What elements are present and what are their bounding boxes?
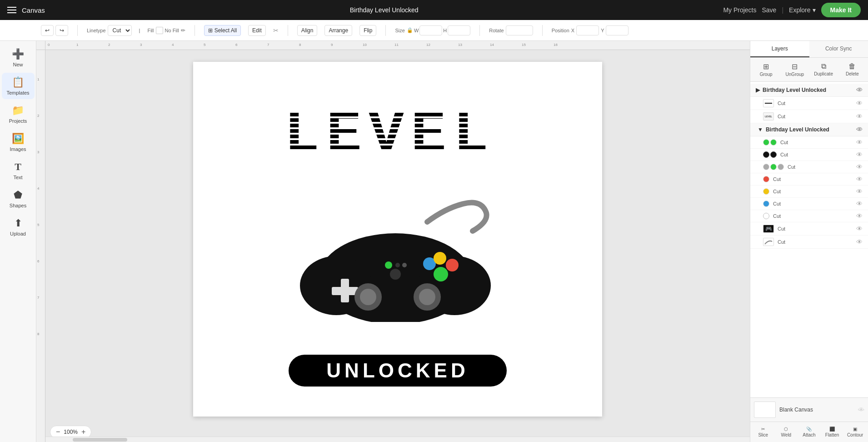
group-icon: ⊞ — [763, 62, 769, 71]
layer-child-group-header[interactable]: ▼ Birthday Level Unlocked 👁 — [750, 123, 868, 136]
blank-canvas-row[interactable]: Blank Canvas 👁 — [750, 397, 868, 422]
grey-color-dot2 — [770, 164, 777, 170]
delete-button[interactable]: 🗑 Delete — [838, 60, 866, 80]
controller-element[interactable] — [300, 195, 495, 322]
layer-item-cut-line[interactable]: Cut 👁 — [750, 97, 868, 110]
layer-item-yellow[interactable]: Cut 👁 — [750, 186, 868, 198]
green-color-dot2 — [770, 139, 777, 146]
tab-layers[interactable]: Layers — [750, 41, 809, 57]
y-input[interactable] — [606, 25, 629, 35]
horizontal-scrollbar[interactable] — [45, 437, 750, 442]
position-group: Position X Y — [552, 25, 629, 35]
topbar-right: My Projects Save | Explore ▾ Make It — [723, 3, 861, 17]
layer-eye-red[interactable]: 👁 — [856, 176, 863, 183]
scissors-icon: ✂ — [273, 27, 279, 34]
make-it-button[interactable]: Make It — [821, 3, 861, 17]
hamburger-menu[interactable] — [7, 7, 16, 13]
sidebar-item-projects[interactable]: 📁 Projects — [2, 101, 35, 127]
fill-edit-icon[interactable]: ✏ — [181, 27, 185, 34]
layer-item-cut-level[interactable]: LEVEL Cut 👁 — [750, 110, 868, 123]
layer-item-white-circle[interactable]: Cut 👁 — [750, 210, 868, 222]
select-all-button[interactable]: ⊞ Select All — [204, 25, 241, 36]
scrollbar-thumb[interactable] — [73, 438, 127, 442]
weld-button[interactable]: ⬡ Weld — [775, 424, 798, 440]
layer-item-controller[interactable]: 🎮 Cut 👁 — [750, 222, 868, 236]
arrange-button[interactable]: Arrange — [324, 25, 352, 36]
canvas-wrapper[interactable]: 0 1 2 3 4 5 6 7 8 9 10 11 12 13 14 15 16 — [36, 41, 750, 442]
edit-button[interactable]: Edit — [248, 25, 266, 36]
layer-op-controller: Cut — [778, 226, 785, 231]
sidebar-item-upload[interactable]: ⬆ Upload — [2, 214, 35, 240]
nav-divider: | — [782, 6, 783, 14]
layer-eye-green[interactable]: 👁 — [856, 139, 863, 146]
save-button[interactable]: Save — [762, 6, 777, 14]
duplicate-button[interactable]: ⧉ Duplicate — [810, 60, 838, 80]
layer-eye-black[interactable]: 👁 — [856, 151, 863, 158]
position-label: Position — [552, 28, 569, 33]
canvas-page[interactable]: LEVEL — [193, 62, 602, 417]
root-group-eye[interactable]: 👁 — [856, 86, 863, 94]
unlocked-text: UNLOCKED — [326, 359, 469, 382]
layer-item-red[interactable]: Cut 👁 — [750, 173, 868, 186]
layer-item-blue[interactable]: Cut 👁 — [750, 198, 868, 210]
tab-color-sync[interactable]: Color Sync — [809, 41, 868, 57]
flatten-button[interactable]: ⬛ Flatten — [821, 424, 843, 440]
height-input[interactable] — [448, 25, 470, 35]
zoom-in-button[interactable]: + — [80, 428, 86, 436]
redo-button[interactable]: ↪ — [55, 25, 68, 36]
layer-op-yellow: Cut — [773, 189, 781, 194]
linetype-group: Linetype Cut — [87, 25, 132, 36]
layer-item-grey-dots[interactable]: Cut 👁 — [750, 161, 868, 173]
layer-eye-yellow[interactable]: 👁 — [856, 188, 863, 195]
layer-eye-white[interactable]: 👁 — [856, 212, 863, 220]
toolbar-divider-2 — [195, 25, 195, 36]
sidebar-item-shapes[interactable]: ⬟ Shapes — [2, 186, 35, 212]
layer-eye-grey[interactable]: 👁 — [856, 163, 863, 171]
layer-item-black-dot[interactable]: Cut 👁 — [750, 149, 868, 161]
level-text-element[interactable]: LEVEL — [284, 96, 511, 162]
sidebar-item-new[interactable]: ➕ New — [2, 45, 35, 71]
svg-point-19 — [395, 263, 400, 267]
layer-eye-1[interactable]: 👁 — [856, 100, 863, 107]
layer-op-cord: Cut — [778, 239, 785, 245]
group-button[interactable]: ⊞ Group — [752, 60, 780, 80]
attach-button[interactable]: 📎 Attach — [798, 424, 820, 440]
layer-eye-cord[interactable]: 👁 — [856, 238, 863, 246]
rotate-input[interactable] — [506, 25, 533, 35]
flip-button[interactable]: Flip — [359, 25, 376, 36]
child-group-eye[interactable]: 👁 — [856, 126, 863, 133]
layer-eye-controller[interactable]: 👁 — [856, 225, 863, 232]
blank-canvas-eye[interactable]: 👁 — [858, 406, 864, 413]
ungroup-button[interactable]: ⊟ UnGroup — [781, 60, 808, 80]
my-projects-link[interactable]: My Projects — [723, 6, 756, 14]
undo-button[interactable]: ↩ — [41, 25, 54, 36]
layer-root-group-header[interactable]: ▶ Birthday Level Unlocked 👁 — [750, 84, 868, 97]
canvas-content[interactable]: LEVEL — [45, 50, 750, 428]
layer-eye-blue[interactable]: 👁 — [856, 200, 863, 207]
lock-icon[interactable]: 🔒 — [407, 27, 413, 33]
sidebar-item-images[interactable]: 🖼️ Images — [2, 129, 35, 156]
fill-group: Fill No Fill ✏ — [147, 27, 185, 34]
layer-op-red: Cut — [773, 176, 781, 182]
toolbar-divider-6 — [542, 25, 543, 36]
unlocked-text-element[interactable]: UNLOCKED — [289, 355, 507, 387]
attach-icon: 📎 — [806, 427, 812, 432]
zoom-out-button[interactable]: − — [55, 428, 61, 436]
fill-color-swatch[interactable] — [156, 27, 163, 34]
layer-item-green-dot[interactable]: Cut 👁 — [750, 136, 868, 149]
align-button[interactable]: Align — [297, 25, 318, 36]
layers-list[interactable]: ▶ Birthday Level Unlocked 👁 Cut 👁 LEVEL — [750, 82, 868, 397]
linetype-select[interactable]: Cut — [108, 25, 132, 36]
x-input[interactable] — [576, 25, 599, 35]
layer-op-2: Cut — [778, 114, 785, 119]
width-input[interactable] — [419, 25, 442, 35]
layer-item-cord[interactable]: Cut 👁 — [750, 236, 868, 249]
linetype-label: Linetype — [87, 28, 106, 33]
explore-button[interactable]: Explore ▾ — [789, 6, 815, 14]
layer-eye-2[interactable]: 👁 — [856, 113, 863, 120]
sidebar-item-text[interactable]: T Text — [2, 157, 35, 184]
slice-button[interactable]: ✂ Slice — [752, 424, 774, 440]
sidebar-item-templates[interactable]: 📋 Templates — [2, 73, 35, 99]
blue-color-dot — [763, 201, 769, 207]
contour-button[interactable]: ▣ Contour — [844, 424, 866, 440]
